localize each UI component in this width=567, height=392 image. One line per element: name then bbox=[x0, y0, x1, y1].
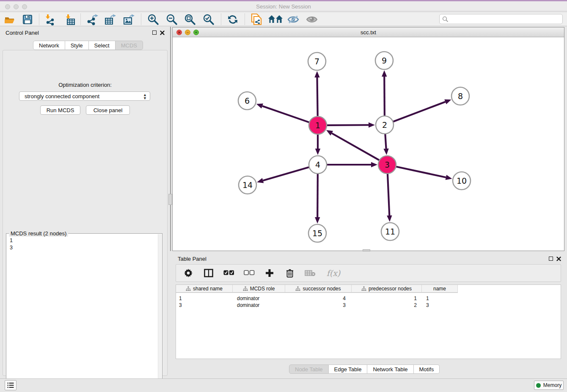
export-table-button[interactable] bbox=[103, 13, 118, 26]
export-network-icon bbox=[86, 14, 98, 25]
edge-arrowhead bbox=[256, 104, 263, 109]
run-mcds-button[interactable]: Run MCDS bbox=[40, 105, 80, 115]
export-network-button[interactable] bbox=[85, 13, 99, 26]
select-all-button[interactable] bbox=[223, 268, 234, 279]
memory-label: Memory bbox=[543, 382, 561, 388]
optimization-criterion-select[interactable]: strongly connected component ▲▼ bbox=[19, 91, 150, 101]
deselect-all-button[interactable] bbox=[244, 268, 255, 279]
horizontal-splitter-grip[interactable] bbox=[363, 249, 370, 251]
graph-edge-1-7[interactable] bbox=[317, 77, 318, 116]
optimization-criterion-label: Optimization criterion: bbox=[3, 82, 167, 88]
shared-column-icon bbox=[243, 286, 248, 291]
cell-mcds-role: dominator bbox=[233, 302, 285, 309]
graph-edge-1-2[interactable] bbox=[327, 125, 369, 125]
save-session-button[interactable] bbox=[20, 13, 35, 26]
tab-motifs[interactable]: Motifs bbox=[414, 364, 440, 374]
graph-edge-1-6[interactable] bbox=[262, 106, 309, 122]
refresh-icon bbox=[227, 14, 239, 25]
first-neighbors-button[interactable] bbox=[249, 13, 263, 26]
refresh-view-button[interactable] bbox=[226, 13, 240, 26]
network-view-window: ✕ − + scc.txt 7968124314101511 bbox=[172, 27, 564, 251]
zoom-in-button[interactable] bbox=[146, 13, 160, 26]
column-header-predecessor-nodes[interactable]: predecessor nodes bbox=[352, 285, 422, 292]
graph-edge-3-1[interactable] bbox=[332, 133, 380, 160]
result-scrollbar[interactable] bbox=[158, 234, 162, 392]
zoom-fit-icon bbox=[184, 14, 196, 25]
control-panel: Control Panel Network Style Select MCDS … bbox=[0, 27, 171, 378]
tab-style[interactable]: Style bbox=[65, 41, 89, 50]
zoom-out-button[interactable] bbox=[165, 13, 179, 26]
shared-column-icon bbox=[295, 286, 300, 291]
vertical-splitter[interactable] bbox=[170, 27, 171, 251]
show-all-button[interactable] bbox=[305, 13, 319, 26]
zoom-selected-button[interactable] bbox=[201, 13, 216, 26]
export-image-icon bbox=[123, 14, 135, 25]
graph-edge-4-14[interactable] bbox=[263, 167, 309, 181]
tab-network-table[interactable]: Network Table bbox=[367, 364, 413, 374]
table-panel-title: Table Panel bbox=[178, 256, 206, 262]
cell-predecessor-nodes: 2 bbox=[352, 302, 422, 309]
node-label-11: 11 bbox=[385, 227, 395, 236]
first-neighbors-icon bbox=[250, 13, 262, 26]
column-header-successor-nodes[interactable]: successor nodes bbox=[285, 285, 352, 292]
task-history-button[interactable] bbox=[5, 380, 17, 390]
graph-edge-2-9[interactable] bbox=[384, 77, 385, 116]
add-column-button[interactable] bbox=[264, 268, 275, 279]
hide-selected-button[interactable] bbox=[286, 13, 300, 26]
export-image-button[interactable] bbox=[122, 13, 136, 26]
node-label-8: 8 bbox=[458, 91, 463, 101]
node-label-2: 2 bbox=[382, 120, 387, 130]
graph-edge-2-8[interactable] bbox=[393, 102, 446, 121]
toolbar-separator bbox=[141, 14, 141, 25]
node-label-14: 14 bbox=[242, 180, 253, 190]
network-window-titlebar[interactable]: ✕ − + scc.txt bbox=[173, 28, 564, 37]
toolbar-separator bbox=[39, 14, 39, 25]
zoom-fit-button[interactable] bbox=[183, 13, 197, 26]
open-session-button[interactable] bbox=[3, 13, 17, 26]
float-panel-icon[interactable] bbox=[152, 30, 157, 35]
node-label-7: 7 bbox=[314, 57, 319, 66]
column-settings-button[interactable] bbox=[183, 268, 194, 279]
network-canvas[interactable]: 7968124314101511 bbox=[173, 37, 564, 251]
import-table-button[interactable] bbox=[63, 13, 77, 26]
mcds-result-text[interactable]: 1 3 bbox=[10, 237, 13, 251]
close-table-panel-icon[interactable] bbox=[556, 257, 561, 261]
column-header-name[interactable]: name bbox=[422, 285, 458, 292]
close-panel-button[interactable]: Close panel bbox=[86, 105, 130, 115]
tab-node-table[interactable]: Node Table bbox=[289, 364, 329, 374]
cell-name: 1 bbox=[422, 295, 458, 302]
node-label-9: 9 bbox=[382, 56, 387, 65]
graph-edge-3-11[interactable] bbox=[388, 174, 389, 215]
delete-column-button[interactable] bbox=[284, 268, 295, 279]
float-table-panel-icon[interactable] bbox=[549, 257, 553, 261]
graph-edge-2-3[interactable] bbox=[385, 134, 386, 149]
edge-arrowhead bbox=[314, 71, 319, 77]
table-row[interactable]: 3 dominator 3 2 3 bbox=[176, 302, 458, 309]
close-panel-icon[interactable] bbox=[160, 30, 165, 35]
list-icon bbox=[7, 382, 14, 388]
mcds-result-title: MCDS result (2 nodes) bbox=[9, 230, 68, 237]
node-table[interactable]: shared name MCDS role successor nodes pr… bbox=[176, 284, 561, 359]
tab-network[interactable]: Network bbox=[33, 41, 65, 50]
table-row[interactable]: 1 dominator 4 1 1 bbox=[176, 295, 458, 302]
search-box[interactable] bbox=[439, 14, 563, 24]
column-header-shared-name[interactable]: shared name bbox=[176, 285, 233, 292]
tab-select[interactable]: Select bbox=[89, 41, 116, 50]
delete-table-button[interactable] bbox=[305, 268, 316, 279]
preferred-layout-button[interactable] bbox=[267, 13, 284, 26]
gear-icon bbox=[184, 269, 193, 277]
graph-edge-3-10[interactable] bbox=[396, 166, 446, 177]
memory-button[interactable]: Memory bbox=[534, 381, 564, 390]
column-header-mcds-role[interactable]: MCDS role bbox=[233, 285, 285, 292]
shared-column-icon bbox=[186, 286, 191, 291]
tab-edge-table[interactable]: Edge Table bbox=[329, 364, 368, 374]
splitter-grip[interactable] bbox=[168, 194, 172, 205]
import-network-button[interactable] bbox=[43, 13, 57, 26]
function-builder-button[interactable]: f(x) bbox=[325, 268, 342, 279]
edge-arrowhead bbox=[369, 122, 375, 127]
split-panel-button[interactable] bbox=[203, 268, 214, 279]
shared-column-icon bbox=[361, 286, 366, 291]
search-input[interactable] bbox=[449, 16, 562, 22]
graph-edge-4-15[interactable] bbox=[317, 174, 318, 217]
tab-mcds[interactable]: MCDS bbox=[116, 41, 143, 50]
